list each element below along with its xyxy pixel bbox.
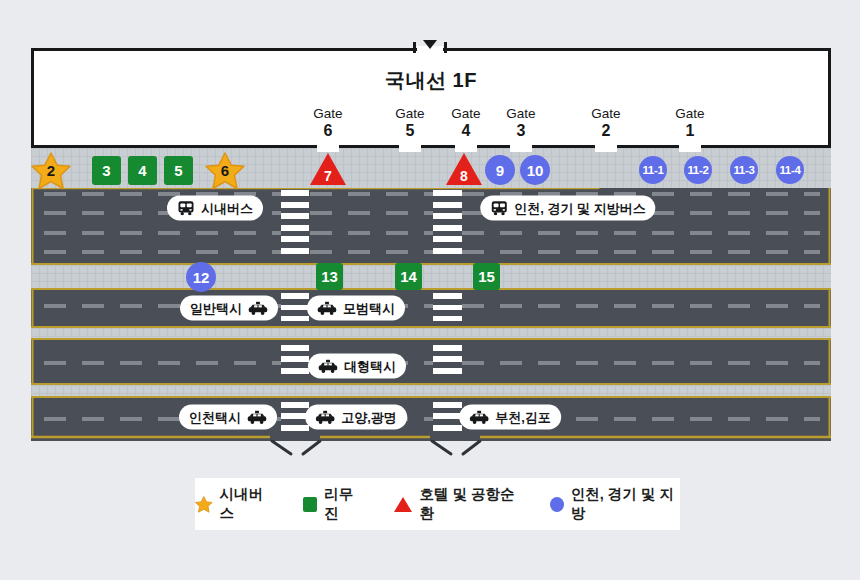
crosswalk <box>433 402 462 436</box>
taxi-icon <box>248 301 268 315</box>
lane-dashes <box>44 211 820 215</box>
crosswalk <box>433 293 462 321</box>
entrance-arrow-icon <box>423 40 437 49</box>
entrance-cap <box>444 42 447 53</box>
stop-marker-star[interactable]: 6 <box>205 151 245 191</box>
stop-marker-circle[interactable]: 11-1 <box>639 156 667 184</box>
gate-label-2: Gate 2 <box>578 107 634 139</box>
lane-dashes <box>44 231 820 235</box>
zone-label-regional-bus: 인천, 경기 및 지방버스 <box>480 196 655 221</box>
lane-dashes <box>44 250 820 254</box>
lane-dashes <box>44 304 820 308</box>
stop-marker-square[interactable]: 15 <box>473 263 500 290</box>
crosswalk <box>281 345 309 379</box>
stop-marker-square[interactable]: 5 <box>164 156 193 185</box>
median-island-2 <box>31 326 831 340</box>
stop-marker-circle[interactable]: 12 <box>186 262 216 292</box>
zone-label-goyang-gwangmyeong: 고양,광명 <box>305 405 407 430</box>
stop-marker-triangle[interactable]: 8 <box>445 152 483 186</box>
square-icon <box>303 497 317 512</box>
gate-door-1 <box>679 144 701 152</box>
entrance-cap <box>413 42 416 53</box>
stop-marker-star[interactable]: 2 <box>31 151 71 191</box>
stop-marker-circle[interactable]: 10 <box>520 155 550 185</box>
airport-curbside-map: 국내선 1F Gate 6 Gate 5 Gate 4 Gate 3 Gate … <box>0 0 860 580</box>
zone-label-deluxe-taxi: 모범택시 <box>307 296 405 321</box>
circle-icon <box>550 497 564 512</box>
zone-label-standard-taxi: 일반택시 <box>180 296 278 321</box>
stop-marker-square[interactable]: 14 <box>395 263 422 290</box>
legend-item-limousine: 리무진 <box>303 485 364 523</box>
lane-dashes <box>44 192 820 196</box>
stop-marker-circle[interactable]: 9 <box>485 155 515 185</box>
lane-dashes <box>44 417 820 421</box>
legend-item-city-bus: 시내버스 <box>195 485 273 523</box>
taxi-icon <box>317 301 337 315</box>
gate-door-3 <box>510 144 532 152</box>
gate-label-1: Gate 1 <box>662 107 718 139</box>
gate-door-2 <box>595 144 617 152</box>
gate-door-6 <box>317 144 339 152</box>
taxi-icon <box>315 410 335 424</box>
gate-door-4 <box>455 144 477 152</box>
median-island-1 <box>31 263 831 290</box>
gate-label-6: Gate 6 <box>300 107 356 139</box>
legend: 시내버스 리무진 호텔 및 공항순환 인천, 경기 및 지방 <box>195 478 680 530</box>
terminal-title: 국내선 1F <box>31 67 831 94</box>
gate-door-5 <box>399 144 421 152</box>
star-icon <box>195 495 213 514</box>
lane-dashes <box>44 361 820 365</box>
zone-label-incheon-taxi: 인천택시 <box>179 405 277 430</box>
crosswalk <box>433 190 462 259</box>
stop-marker-square[interactable]: 13 <box>316 263 343 290</box>
stop-marker-square[interactable]: 3 <box>92 156 121 185</box>
crosswalk <box>433 345 462 379</box>
crosswalk <box>281 293 309 321</box>
stop-marker-square[interactable]: 4 <box>128 156 157 185</box>
taxi-icon <box>318 359 338 373</box>
crosswalk <box>281 190 309 259</box>
legend-item-regional: 인천, 경기 및 지방 <box>550 485 680 523</box>
stop-marker-circle[interactable]: 11-2 <box>684 156 712 184</box>
legend-item-hotel-shuttle: 호텔 및 공항순환 <box>394 485 519 523</box>
zone-label-large-taxi: 대형택시 <box>308 354 406 379</box>
bus-icon <box>177 201 195 216</box>
gate-label-5: Gate 5 <box>382 107 438 139</box>
zone-label-city-bus: 시내버스 <box>167 196 263 221</box>
stop-marker-triangle[interactable]: 7 <box>309 152 347 186</box>
gate-label-3: Gate 3 <box>493 107 549 139</box>
stop-marker-circle[interactable]: 11-3 <box>730 156 758 184</box>
stop-marker-circle[interactable]: 11-4 <box>776 156 804 184</box>
gate-label-4: Gate 4 <box>438 107 494 139</box>
zone-label-bucheon-gimpo: 부천,김포 <box>459 405 561 430</box>
median-island-3 <box>31 383 831 398</box>
bus-icon <box>490 201 508 216</box>
triangle-icon <box>394 497 412 512</box>
taxi-icon <box>247 410 267 424</box>
taxi-icon <box>469 410 489 424</box>
